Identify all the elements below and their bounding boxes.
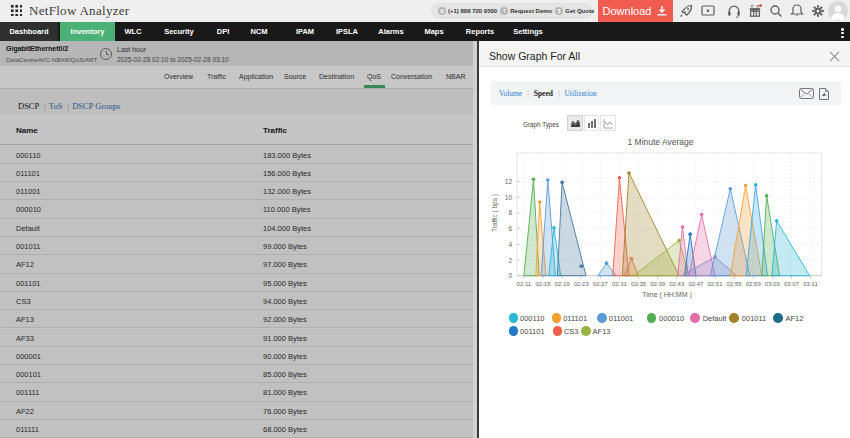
svg-text:02:27: 02:27 — [593, 281, 609, 287]
svg-text:02:15: 02:15 — [536, 281, 552, 287]
svg-text:02:43: 02:43 — [669, 281, 685, 287]
svg-text:10: 10 — [505, 194, 513, 201]
svg-text:8: 8 — [508, 209, 512, 216]
svg-text:03:11: 03:11 — [803, 281, 818, 287]
svg-text:02:47: 02:47 — [688, 281, 704, 287]
svg-text:03:03: 03:03 — [765, 281, 781, 287]
svg-text:0: 0 — [508, 272, 512, 279]
svg-text:02:35: 02:35 — [631, 281, 647, 287]
svg-text:6: 6 — [508, 225, 512, 232]
svg-text:02:19: 02:19 — [555, 281, 571, 287]
svg-text:02:11: 02:11 — [517, 281, 532, 287]
svg-text:02:51: 02:51 — [708, 281, 724, 287]
svg-text:03:07: 03:07 — [784, 281, 800, 287]
svg-text:02:59: 02:59 — [746, 281, 762, 287]
svg-text:4: 4 — [508, 241, 512, 248]
svg-text:2: 2 — [508, 257, 512, 264]
svg-text:12: 12 — [505, 178, 513, 185]
svg-text:Time ( HH:MM ): Time ( HH:MM ) — [642, 291, 692, 299]
svg-text:02:23: 02:23 — [574, 281, 590, 287]
svg-text:1 Minute Average: 1 Minute Average — [628, 137, 694, 147]
svg-text:Traffic ( bps ): Traffic ( bps ) — [491, 194, 499, 232]
svg-text:02:31: 02:31 — [612, 281, 628, 287]
svg-text:02:55: 02:55 — [727, 281, 743, 287]
svg-text:02:39: 02:39 — [650, 281, 666, 287]
